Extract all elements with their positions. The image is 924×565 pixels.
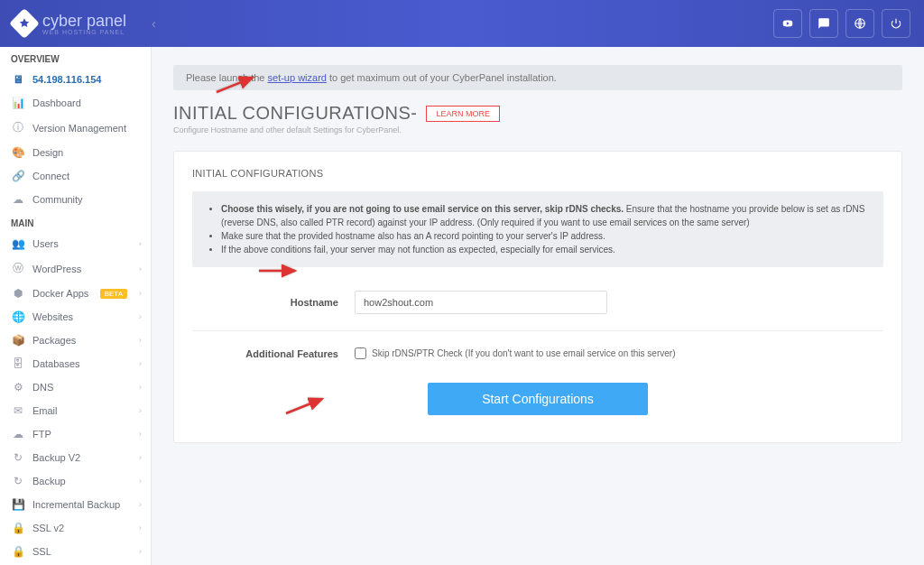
monitor-icon: 🖥 <box>11 73 25 86</box>
brand-name: cyber panel <box>42 12 126 30</box>
info-bullet: Make sure that the provided hostname als… <box>221 229 871 243</box>
chevron-right-icon: › <box>139 264 142 273</box>
info-bullet: If the above conditions fail, your serve… <box>221 243 871 256</box>
sidebar-item-dashboard[interactable]: 📊Dashboard <box>0 91 151 115</box>
email-icon: ✉ <box>11 404 25 417</box>
sidebar-item-connect[interactable]: 🔗Connect <box>0 164 151 188</box>
save-icon: 💾 <box>11 498 25 511</box>
database-icon: 🗄 <box>11 357 25 370</box>
chevron-right-icon: › <box>139 477 142 486</box>
page-header: INITIAL CONFIGURATIONS- LEARN MORE <box>173 103 902 124</box>
link-icon: 🔗 <box>11 170 25 182</box>
sidebar-item-design[interactable]: 🎨Design <box>0 141 151 164</box>
main-content: Please launch the set-up wizard to get m… <box>152 47 924 565</box>
youtube-icon[interactable] <box>773 9 802 38</box>
features-label: Additional Features <box>192 348 355 359</box>
sidebar-item-dns[interactable]: ⚙DNS› <box>0 375 151 399</box>
sidebar-item-packages[interactable]: 📦Packages› <box>0 329 151 352</box>
sidebar-item-wordpress[interactable]: ⓦWordPress› <box>0 255 151 282</box>
logo-icon <box>9 8 40 39</box>
ftp-icon: ☁ <box>11 428 25 440</box>
dashboard-icon: 📊 <box>11 97 25 109</box>
logo-section: cyber panel WEB HOSTING PANEL ‹ <box>14 12 156 35</box>
sidebar-item-users[interactable]: 👥Users› <box>0 232 151 255</box>
topbar: cyber panel WEB HOSTING PANEL ‹ <box>0 0 924 47</box>
chevron-right-icon: › <box>139 289 142 298</box>
power-icon[interactable] <box>882 9 910 38</box>
info-icon: ⓘ <box>11 120 25 135</box>
globe-icon: 🌐 <box>11 310 25 323</box>
chevron-right-icon: › <box>139 239 142 248</box>
cloud-icon: ☁ <box>11 193 25 206</box>
sidebar-item-websites[interactable]: 🌐Websites› <box>0 305 151 329</box>
skip-rdns-checkbox[interactable] <box>355 347 366 359</box>
wordpress-icon: ⓦ <box>11 261 25 276</box>
hostname-input[interactable] <box>355 291 607 314</box>
sidebar-item-backupv2[interactable]: ↻Backup V2› <box>0 446 151 469</box>
sidebar-item-ssl[interactable]: 🔒SSL› <box>0 540 151 563</box>
section-overview: OVERVIEW <box>0 47 151 68</box>
sidebar-item-ftp[interactable]: ☁FTP› <box>0 422 151 446</box>
chevron-right-icon: › <box>139 336 142 345</box>
chevron-right-icon: › <box>139 383 142 392</box>
users-icon: 👥 <box>11 237 25 250</box>
sidebar-item-docker[interactable]: ⬢Docker AppsBETA› <box>0 282 151 305</box>
lock-icon: 🔒 <box>11 545 25 558</box>
lock-icon: 🔒 <box>11 522 25 534</box>
config-card: INITIAL CONFIGURATIONS Choose this wisel… <box>173 151 902 443</box>
learn-more-button[interactable]: LEARN MORE <box>426 106 500 122</box>
chevron-right-icon: › <box>139 523 142 533</box>
palette-icon: 🎨 <box>11 146 25 159</box>
refresh-icon: ↻ <box>11 475 25 487</box>
chat-icon[interactable] <box>809 9 838 38</box>
page-subtitle: Configure Hostname and other default Set… <box>173 125 902 134</box>
sidebar-item-sslv2[interactable]: 🔒SSL v2› <box>0 516 151 540</box>
dns-icon: ⚙ <box>11 381 25 394</box>
refresh-icon: ↻ <box>11 451 25 464</box>
divider <box>192 330 883 331</box>
section-main: MAIN <box>0 211 151 232</box>
sidebar-item-community[interactable]: ☁Community <box>0 188 151 211</box>
beta-badge: BETA <box>100 289 127 299</box>
brand-tagline: WEB HOSTING PANEL <box>42 29 126 35</box>
chevron-right-icon: › <box>139 430 142 439</box>
skip-rdns-checkbox-row[interactable]: Skip rDNS/PTR Check (If you don't want t… <box>355 347 675 359</box>
page-title: INITIAL CONFIGURATIONS- <box>173 103 417 124</box>
hostname-row: Hostname <box>192 291 883 314</box>
sidebar-item-version[interactable]: ⓘVersion Management <box>0 115 151 141</box>
chevron-right-icon: › <box>139 359 142 368</box>
sidebar-item-email[interactable]: ✉Email› <box>0 399 151 422</box>
globe-icon[interactable] <box>845 9 874 38</box>
docker-icon: ⬢ <box>11 287 25 300</box>
hostname-label: Hostname <box>192 297 355 308</box>
chevron-right-icon: › <box>139 406 142 415</box>
sidebar-item-databases[interactable]: 🗄Databases› <box>0 352 151 375</box>
sidebar-item-backup[interactable]: ↻Backup› <box>0 469 151 493</box>
chevron-right-icon: › <box>139 547 142 556</box>
chevron-right-icon: › <box>139 453 142 462</box>
package-icon: 📦 <box>11 334 25 347</box>
sidebar: OVERVIEW 🖥54.198.116.154 📊Dashboard ⓘVer… <box>0 47 152 565</box>
topbar-actions <box>773 9 910 38</box>
card-title: INITIAL CONFIGURATIONS <box>192 168 883 179</box>
chevron-right-icon: › <box>139 312 142 321</box>
sidebar-item-ip[interactable]: 🖥54.198.116.154 <box>0 68 151 91</box>
notice-bar: Please launch the set-up wizard to get m… <box>173 65 902 90</box>
info-box: Choose this wisely, if you are not going… <box>192 191 883 267</box>
start-configurations-button[interactable]: Start Configurations <box>428 383 648 415</box>
sidebar-collapse-icon[interactable]: ‹ <box>152 16 156 31</box>
chevron-right-icon: › <box>139 500 142 509</box>
sidebar-item-incremental[interactable]: 💾Incremental Backup› <box>0 493 151 516</box>
features-row: Additional Features Skip rDNS/PTR Check … <box>192 347 883 359</box>
info-bullet: Choose this wisely, if you are not going… <box>221 202 871 229</box>
setup-wizard-link[interactable]: set-up wizard <box>268 72 327 83</box>
